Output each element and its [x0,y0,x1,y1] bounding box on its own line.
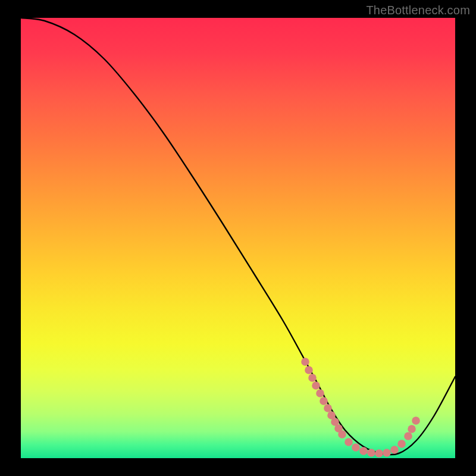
highlight-dot [383,449,391,457]
highlight-dot [305,366,313,374]
highlight-dot [301,358,309,366]
highlight-dot [404,432,412,440]
highlight-dot [408,425,416,433]
highlight-dot [390,446,399,454]
highlight-dot [375,449,383,458]
highlight-dot [308,374,317,382]
highlight-dot [312,381,320,390]
highlight-dots [301,358,420,458]
highlight-dot [367,449,375,457]
highlight-dot [359,447,368,455]
highlight-dot [345,438,353,446]
highlight-dot [412,416,420,425]
watermark: TheBottleneck.com [366,4,470,17]
highlight-dot [352,443,360,452]
chart-svg [21,18,455,458]
highlight-dot [397,440,406,448]
highlight-dot [316,389,324,397]
highlight-dot [324,404,332,412]
curve-line [21,18,455,455]
highlight-dot [320,397,328,405]
chart-area [21,18,455,458]
highlight-dot [338,430,346,439]
